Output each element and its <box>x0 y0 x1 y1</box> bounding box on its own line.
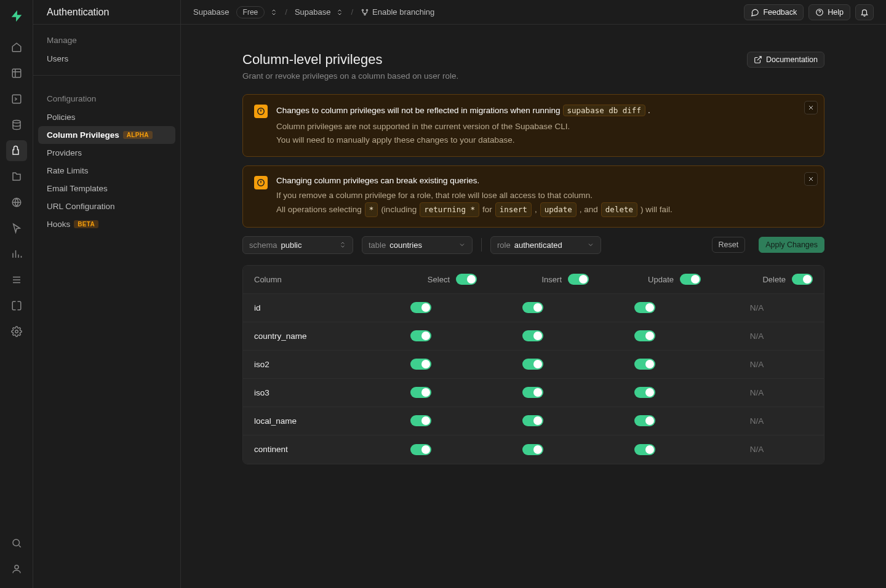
rail-sql-icon[interactable] <box>6 89 27 109</box>
rail-database-icon[interactable] <box>6 114 27 135</box>
sidebar: Authentication Manage Users Configuratio… <box>33 0 181 588</box>
chevron-up-down-icon <box>339 241 346 248</box>
reset-button[interactable]: Reset <box>712 237 746 253</box>
toggle-select[interactable] <box>410 330 431 341</box>
badge-alpha: ALPHA <box>123 131 153 139</box>
apply-changes-button[interactable]: Apply Changes <box>759 237 824 253</box>
toggle-update[interactable] <box>634 302 655 313</box>
divider <box>481 238 482 252</box>
rail-auth-icon[interactable] <box>6 140 27 161</box>
rail-storage-icon[interactable] <box>6 166 27 187</box>
column-name: continent <box>254 445 365 454</box>
toggle-insert[interactable] <box>522 444 543 455</box>
toggle-insert-all[interactable] <box>568 274 589 285</box>
column-name: country_name <box>254 332 365 341</box>
crumb-separator: / <box>351 7 353 17</box>
alert-break-queries: Changing column privileges can break exi… <box>242 165 824 228</box>
alert-migrations: Changes to column privileges will not be… <box>242 94 824 157</box>
main: Supabase Free / Supabase / Enable branch… <box>181 0 886 588</box>
close-icon[interactable] <box>804 172 818 186</box>
rail-home-icon[interactable] <box>6 37 27 58</box>
toggle-select[interactable] <box>410 444 431 455</box>
sidebar-title: Authentication <box>33 0 180 25</box>
schema-select[interactable]: schema public <box>242 236 353 254</box>
enable-branching-button[interactable]: Enable branching <box>361 7 434 17</box>
rail-reports-icon[interactable] <box>6 244 27 264</box>
chevron-down-icon <box>587 241 594 248</box>
delete-na: N/A <box>701 360 813 369</box>
sidebar-item-users[interactable]: Users <box>33 50 180 68</box>
sidebar-item-providers[interactable]: Providers <box>33 144 180 162</box>
table-row: idN/A <box>243 294 824 322</box>
toggle-insert[interactable] <box>522 302 543 313</box>
breadcrumb-project[interactable]: Supabase <box>295 7 344 17</box>
toggle-select[interactable] <box>410 415 431 426</box>
toggle-update[interactable] <box>634 359 655 370</box>
delete-na: N/A <box>701 332 813 341</box>
svg-point-2 <box>13 121 20 124</box>
rail-search-icon[interactable] <box>6 533 27 554</box>
documentation-button[interactable]: Documentation <box>747 52 824 68</box>
toggle-delete-all[interactable] <box>792 274 813 285</box>
toggle-update[interactable] <box>634 387 655 398</box>
rail-logs-icon[interactable] <box>6 269 27 290</box>
rail-table-icon[interactable] <box>6 63 27 84</box>
sidebar-item-rate-limits[interactable]: Rate Limits <box>33 162 180 180</box>
sidebar-item-hooks[interactable]: Hooks BETA <box>33 215 180 233</box>
column-name: local_name <box>254 416 365 426</box>
column-name: iso3 <box>254 388 365 397</box>
svg-point-9 <box>364 14 365 15</box>
help-button[interactable]: Help <box>808 4 850 20</box>
sidebar-item-email-templates[interactable]: Email Templates <box>33 180 180 197</box>
svg-point-8 <box>366 9 367 10</box>
sidebar-section-manage: Manage <box>33 25 180 50</box>
toggle-insert[interactable] <box>522 387 543 398</box>
toggle-update[interactable] <box>634 330 655 341</box>
table-row: iso3N/A <box>243 379 824 407</box>
page-title: Column-level privileges <box>242 52 458 68</box>
rail-settings-icon[interactable] <box>6 321 27 342</box>
feedback-button[interactable]: Feedback <box>744 4 804 20</box>
toggle-insert[interactable] <box>522 359 543 370</box>
toggle-select[interactable] <box>410 302 431 313</box>
table-row: iso2N/A <box>243 351 824 379</box>
toggle-select[interactable] <box>410 387 431 398</box>
column-header: Column <box>254 275 365 284</box>
crumb-separator: / <box>285 7 287 17</box>
toggle-update[interactable] <box>634 444 655 455</box>
rail-edge-icon[interactable] <box>6 192 27 213</box>
rail-api-icon[interactable] <box>6 295 27 316</box>
role-select[interactable]: role authenticated <box>490 236 601 254</box>
nav-rail <box>0 0 33 588</box>
sidebar-item-column-privileges[interactable]: Column Privileges ALPHA <box>38 126 175 144</box>
column-name: iso2 <box>254 360 365 369</box>
sidebar-item-url-configuration[interactable]: URL Configuration <box>33 197 180 215</box>
svg-point-7 <box>362 9 363 10</box>
code-snippet: supabase db diff <box>563 105 645 116</box>
toggle-insert[interactable] <box>522 415 543 426</box>
rail-user-icon[interactable] <box>6 558 27 579</box>
sidebar-divider <box>33 75 180 76</box>
table-row: country_nameN/A <box>243 322 824 351</box>
toggle-insert[interactable] <box>522 330 543 341</box>
table-row: local_nameN/A <box>243 407 824 435</box>
toggle-select-all[interactable] <box>456 274 477 285</box>
toggle-select[interactable] <box>410 359 431 370</box>
delete-na: N/A <box>701 445 813 454</box>
chevron-down-icon <box>458 241 466 248</box>
delete-na: N/A <box>701 388 813 397</box>
svg-point-6 <box>15 565 18 569</box>
toggle-update[interactable] <box>634 415 655 426</box>
toggle-update-all[interactable] <box>680 274 701 285</box>
breadcrumb-org[interactable]: Supabase Free <box>193 6 277 18</box>
bell-icon[interactable] <box>855 4 874 20</box>
rail-realtime-icon[interactable] <box>6 218 27 239</box>
page-subtitle: Grant or revoke privileges on a column b… <box>242 71 458 81</box>
logo[interactable] <box>7 6 26 26</box>
close-icon[interactable] <box>804 101 818 114</box>
table-row: continentN/A <box>243 435 824 464</box>
sidebar-item-policies[interactable]: Policies <box>33 108 180 126</box>
warning-icon <box>254 176 268 189</box>
sidebar-section-config: Configuration <box>33 83 180 108</box>
table-select[interactable]: table countries <box>362 236 473 254</box>
